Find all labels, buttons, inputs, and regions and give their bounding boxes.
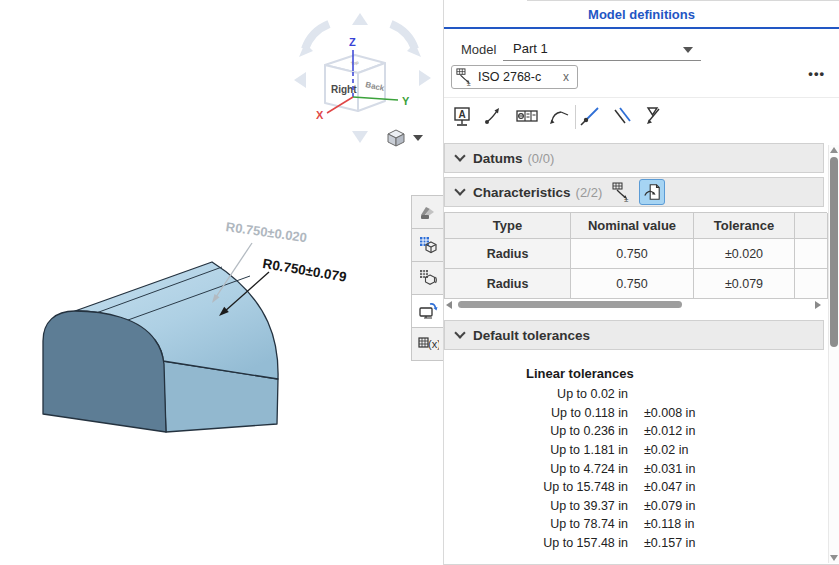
standard-chip-close-button[interactable]: x	[561, 70, 571, 84]
table-cell[interactable]: ±0.079	[694, 269, 795, 299]
import-sheet-arrow-icon	[643, 183, 661, 201]
horizontal-scroll-thumb[interactable]	[458, 301, 682, 308]
linear-tolerances-list: Up to 0.02 in Up to 0.118 in ±0.008 in U…	[444, 385, 784, 552]
range-text: Up to 157.48 in	[444, 536, 628, 550]
scroll-left-arrow-icon[interactable]	[446, 301, 452, 309]
column-header-partial	[795, 213, 828, 239]
list-item: Up to 0.236 in ±0.012 in	[444, 422, 784, 441]
scroll-down-arrow-icon[interactable]	[830, 555, 838, 561]
profile-tolerance-tool-button[interactable]	[638, 102, 666, 130]
table-cell[interactable]: 0.750	[571, 269, 694, 299]
default-tolerances-section-header[interactable]: Default tolerances	[444, 320, 824, 350]
characteristics-table: Type Nominal value Tolerance Radius 0.75…	[444, 212, 827, 299]
datums-section-label: Datums	[473, 151, 523, 166]
table-cell[interactable]: ±0.020	[694, 239, 795, 269]
tab-mesh-rotate[interactable]	[411, 261, 444, 295]
line-dimension-tool-button[interactable]	[576, 102, 604, 130]
datum-label-icon: A	[450, 104, 474, 128]
title-accent-underline	[444, 27, 839, 29]
graphics-area[interactable]: R0.750±0.020 R0.750±0.079 Right Back Top…	[0, 0, 443, 565]
range-text: Up to 15.748 in	[444, 480, 628, 494]
list-item: Up to 78.74 in ±0.118 in	[444, 515, 784, 534]
line-point-icon	[578, 104, 602, 128]
shaded-cube-icon	[386, 128, 406, 148]
default-tolerances-section-label: Default tolerances	[473, 328, 590, 343]
column-header-type: Type	[445, 213, 571, 239]
chevron-down-icon	[454, 327, 465, 338]
range-text: Up to 1.181 in	[444, 443, 628, 457]
overflow-menu-button[interactable]: •••	[808, 66, 825, 81]
panel-vertical-scrollbar[interactable]	[828, 145, 839, 563]
model-definitions-icon	[418, 301, 438, 321]
table-row[interactable]: Radius	[445, 269, 571, 299]
model-select-caret-icon	[683, 47, 693, 53]
parallel-lines-icon	[610, 104, 634, 128]
datums-section-header[interactable]: Datums (0/0)	[444, 143, 824, 173]
panel-title: Model definitions	[444, 7, 839, 22]
mesh-cube-rotate-icon	[418, 268, 438, 288]
x-axis-label: X	[316, 109, 324, 121]
display-style-button[interactable]	[386, 126, 432, 150]
list-item: Up to 4.724 in ±0.031 in	[444, 459, 784, 478]
tolerance-table-icon: ±	[456, 68, 474, 86]
list-item: Up to 39.37 in ±0.079 in	[444, 497, 784, 516]
panel-tab-strip: (x)	[411, 196, 444, 361]
characteristics-section-header[interactable]: Characteristics (2/2)	[444, 177, 824, 207]
tab-variables[interactable]: (x)	[411, 327, 444, 361]
tolerance-text: ±0.118 in	[644, 517, 694, 531]
appearance-fan-icon	[418, 202, 438, 222]
tab-mesh-display[interactable]	[411, 228, 444, 262]
tolerance-text: ±0.012 in	[644, 424, 695, 438]
rotate-left-arrow-icon	[294, 72, 306, 88]
y-axis-label: Y	[402, 95, 410, 107]
scroll-up-arrow-icon[interactable]	[830, 147, 838, 153]
svg-text:±: ±	[624, 195, 629, 202]
tolerance-text: ±0.047 in	[644, 480, 695, 494]
tab-model-definitions[interactable]	[411, 294, 444, 328]
model-select[interactable]: Part 1	[503, 40, 701, 61]
display-style-caret-icon	[413, 135, 423, 141]
list-item: Up to 1.181 in ±0.02 in	[444, 441, 784, 460]
tolerance-table-icon: ±	[612, 182, 632, 202]
list-item: Up to 157.48 in ±0.157 in	[444, 534, 784, 553]
spin-right-arc-icon	[391, 24, 415, 49]
column-header-tolerance: Tolerance	[694, 213, 795, 239]
scroll-right-arrow-icon[interactable]	[815, 301, 821, 309]
range-text: Up to 0.118 in	[444, 406, 628, 420]
parallel-dimension-tool-button[interactable]	[608, 102, 636, 130]
add-default-tolerances-button[interactable]: ±	[610, 180, 634, 204]
range-text: Up to 39.37 in	[444, 499, 628, 513]
leader-dimension-tool-button[interactable]	[479, 102, 507, 130]
table-cell	[795, 239, 828, 269]
mesh-cube-icon	[418, 235, 438, 255]
list-item: Up to 15.748 in ±0.047 in	[444, 478, 784, 497]
range-text: Up to 4.724 in	[444, 462, 628, 476]
standard-chip[interactable]: ± ISO 2768-c x	[451, 65, 578, 89]
tolerance-text: ±0.031 in	[644, 462, 695, 476]
angular-dimension-tool-button[interactable]	[545, 102, 573, 130]
table-cell	[795, 269, 828, 299]
svg-text:(x): (x)	[428, 338, 439, 350]
vertical-scroll-thumb[interactable]	[830, 157, 838, 347]
svg-text:A: A	[459, 109, 466, 120]
rotate-down-arrow-icon	[352, 131, 368, 143]
datum-label-tool-button[interactable]: A	[448, 102, 476, 130]
linear-tolerances-title: Linear tolerances	[526, 366, 634, 381]
table-row[interactable]: Radius	[445, 239, 571, 269]
annotation-toolbar: A	[444, 97, 839, 137]
column-header-nominal: Nominal value	[571, 213, 694, 239]
range-text: Up to 78.74 in	[444, 517, 628, 531]
tab-appearance[interactable]	[411, 195, 444, 229]
list-item: Up to 0.118 in ±0.008 in	[444, 404, 784, 423]
profile-tolerance-icon	[640, 104, 664, 128]
spin-left-arc-icon	[305, 24, 329, 49]
svg-text:±: ±	[467, 79, 471, 86]
feature-control-frame-tool-button[interactable]	[513, 102, 541, 130]
import-from-drawing-button[interactable]	[639, 179, 665, 205]
rotate-up-arrow-icon	[352, 13, 368, 25]
model-field-label: Model	[461, 42, 496, 57]
datums-count-badge: (0/0)	[528, 151, 555, 166]
feature-control-frame-icon	[515, 104, 539, 128]
table-cell[interactable]: 0.750	[571, 239, 694, 269]
table-horizontal-scrollbar[interactable]	[444, 299, 827, 310]
